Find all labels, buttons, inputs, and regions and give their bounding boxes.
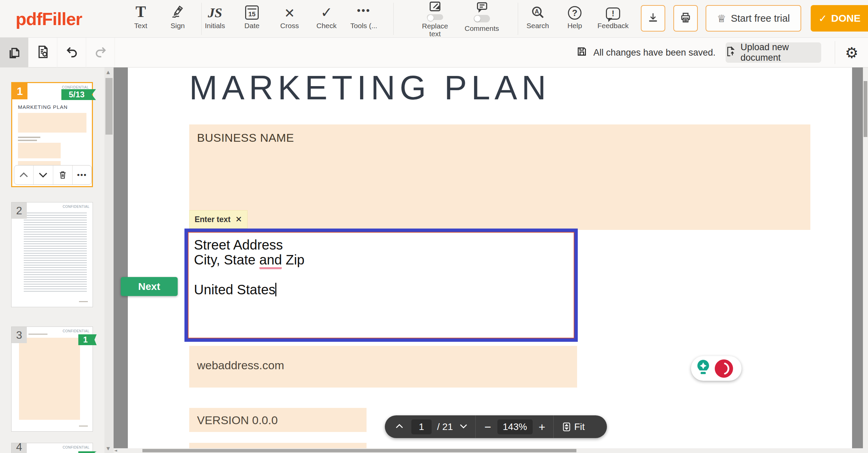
canvas-vertical-scrollbar[interactable] <box>863 67 868 448</box>
zoom-level-input[interactable]: 143% <box>497 419 533 434</box>
zoom-out-button[interactable]: − <box>485 421 491 433</box>
address-text[interactable]: Street Address City, State and Zip Unite… <box>188 232 574 338</box>
page-more-options-button[interactable]: ••• <box>73 165 92 184</box>
hint-lightbulb-icon[interactable] <box>694 358 712 379</box>
pages-panel-button[interactable] <box>0 38 28 67</box>
done-button[interactable]: ✓ DONE <box>811 5 868 32</box>
print-icon <box>680 12 691 25</box>
document-settings-button[interactable] <box>29 38 57 67</box>
trash-icon <box>58 170 67 180</box>
scroll-down-icon[interactable]: ▼ <box>106 446 110 451</box>
thumbnail-controls: ••• <box>14 165 92 185</box>
assistant-widget <box>691 356 742 381</box>
feedback-icon: ! <box>606 0 620 20</box>
settings-button[interactable]: ⚙ <box>837 38 866 67</box>
feedback-button[interactable]: ! Feedback <box>598 0 628 38</box>
redo-icon <box>94 45 108 60</box>
web-address-field[interactable]: webaddress.com <box>189 346 577 388</box>
fill-count-ribbon: 5/13 <box>61 89 96 100</box>
current-page-input[interactable]: 1 <box>411 419 432 434</box>
page-thumbnails-panel: 1 5/13 CONFIDENTIAL MARKETING PLAN ••• <box>0 67 114 453</box>
download-button[interactable] <box>641 5 665 32</box>
move-page-up-button[interactable] <box>14 165 34 184</box>
undo-button[interactable] <box>58 38 86 67</box>
calendar-icon: 15 <box>245 0 259 20</box>
more-tools-button[interactable]: ••• Tools (... <box>346 0 381 38</box>
print-button[interactable] <box>673 5 698 32</box>
search-icon: A <box>531 0 545 20</box>
text-tool-button[interactable]: T Text <box>123 0 158 38</box>
download-icon <box>647 12 659 25</box>
page-number-badge: 3 <box>12 327 27 343</box>
delete-page-button[interactable] <box>53 165 73 184</box>
version-field[interactable]: VERSION 0.0.0 <box>189 408 367 432</box>
enter-text-tooltip: Enter text ✕ <box>189 210 248 229</box>
replace-text-icon <box>428 0 442 13</box>
initials-icon: JS <box>208 0 222 20</box>
comments-switch[interactable] <box>474 15 490 22</box>
save-icon <box>576 46 587 59</box>
vertical-scrollbar-thumb[interactable] <box>864 81 867 137</box>
fill-count-ribbon: 1 <box>78 334 97 345</box>
thumbnail-title: MARKETING PLAN <box>18 104 68 110</box>
next-page-button[interactable] <box>460 424 467 430</box>
next-field-button[interactable]: Next <box>121 277 178 296</box>
record-indicator-icon[interactable] <box>715 359 733 378</box>
active-text-field[interactable]: Street Address City, State and Zip Unite… <box>184 229 578 342</box>
replace-text-switch[interactable] <box>427 14 443 20</box>
start-free-trial-button[interactable]: ♕ Start free trial <box>706 5 801 32</box>
replace-text-toggle-button[interactable]: Replace text <box>415 0 455 38</box>
thumbnail-page-4[interactable]: 4 CONFIDENTIAL <box>11 443 93 453</box>
check-icon: ✓ <box>320 0 332 20</box>
horizontal-scrollbar-thumb[interactable] <box>142 449 576 452</box>
zoom-in-button[interactable]: + <box>539 421 546 433</box>
confidential-label: CONFIDENTIAL <box>63 329 90 333</box>
spellcheck-marked-word: and <box>259 252 282 269</box>
divider <box>393 3 394 35</box>
check-tool-button[interactable]: ✓ Check <box>309 0 344 38</box>
ellipsis-icon: ••• <box>357 0 371 20</box>
pages-icon <box>7 45 21 60</box>
mini-block <box>19 338 80 420</box>
pdffiller-app: pdfFiller T Text Sign JS Initials 15 Dat… <box>0 0 868 453</box>
comments-toggle-button[interactable]: Comments <box>461 0 502 38</box>
mini-toc-lines <box>24 213 87 292</box>
date-tool-button[interactable]: 15 Date <box>234 0 270 38</box>
search-button[interactable]: A Search <box>522 0 553 38</box>
fit-button[interactable]: Fit <box>563 421 585 432</box>
scroll-left-icon[interactable]: ◄ <box>114 448 117 453</box>
page-number-badge: 1 <box>12 83 27 99</box>
divider <box>835 41 835 64</box>
move-page-down-button[interactable] <box>34 165 53 184</box>
mini-block <box>18 113 86 133</box>
business-name-field[interactable]: BUSINESS NAME <box>189 124 810 230</box>
sidebar-scrollbar-thumb[interactable] <box>105 78 113 135</box>
close-tooltip-icon[interactable]: ✕ <box>235 215 242 224</box>
partial-field <box>189 443 367 448</box>
redo-button[interactable] <box>86 38 115 67</box>
pagination-toolbar: 1 / 21 − 143% + Fit <box>385 415 607 438</box>
previous-page-button[interactable] <box>396 424 403 430</box>
save-status: All changes have been saved. <box>576 38 715 67</box>
pdffiller-logo[interactable]: pdfFiller <box>16 9 82 29</box>
sign-pen-icon <box>170 0 185 20</box>
fill-count-ribbon <box>78 451 97 453</box>
text-icon: T <box>136 0 146 20</box>
thumbnail-page-3[interactable]: 3 1 CONFIDENTIAL <box>11 327 93 432</box>
upload-new-document-button[interactable]: Upload new document <box>726 42 821 63</box>
help-button[interactable]: ? Help <box>559 0 590 38</box>
text-cursor <box>275 283 276 296</box>
canvas-horizontal-scrollbar[interactable]: ◄ <box>114 448 868 453</box>
initials-tool-button[interactable]: JS Initials <box>197 0 233 38</box>
sign-tool-button[interactable]: Sign <box>160 0 195 38</box>
divider <box>518 3 518 35</box>
top-toolbar: pdfFiller T Text Sign JS Initials 15 Dat… <box>0 0 868 38</box>
thumbnail-page-2[interactable]: 2 CONFIDENTIAL <box>11 202 93 307</box>
scroll-up-icon[interactable]: ▲ <box>106 70 110 75</box>
document-title: MARKETING PLAN <box>189 68 551 107</box>
gear-icon: ⚙ <box>845 44 858 61</box>
sidebar-scrollbar[interactable]: ▲ ▼ <box>104 67 114 453</box>
cross-tool-button[interactable]: ✕ Cross <box>272 0 307 38</box>
document-gear-icon <box>36 45 50 60</box>
thumbnail-page-1[interactable]: 1 5/13 CONFIDENTIAL MARKETING PLAN ••• <box>11 82 93 187</box>
